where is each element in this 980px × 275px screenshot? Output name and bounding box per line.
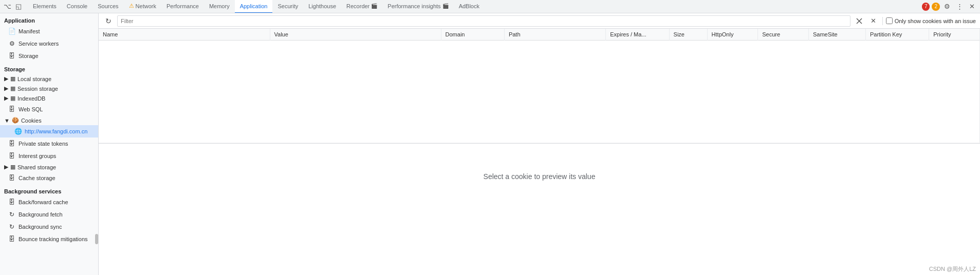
close-icon[interactable]: ✕ — [967, 2, 977, 12]
sidebar-item-indexeddb[interactable]: ▶ ▦ IndexedDB — [0, 93, 98, 103]
cookie-table: Name Value Domain Path Expires / Ma... S… — [99, 29, 980, 143]
cookie-table-body — [99, 40, 980, 143]
domain-icon: 🌐 — [14, 127, 22, 136]
private-state-icon: 🗄 — [8, 139, 15, 148]
col-samesite[interactable]: SameSite — [808, 29, 865, 40]
tab-network[interactable]: ⚠ Network — [124, 0, 161, 13]
col-expires[interactable]: Expires / Ma... — [606, 29, 669, 40]
sidebar-item-cookie-domain[interactable]: 🌐 http://www.fangdi.com.cn — [0, 125, 98, 138]
tab-bar: ⌥ ◱ Elements Console Sources ⚠ Network P… — [0, 0, 980, 13]
sidebar-section-application: Application — [0, 13, 98, 25]
expand-icon: ▶ — [4, 75, 8, 82]
recorder-icon: 🎬 — [371, 3, 377, 9]
shared-storage-icon: ▦ — [10, 164, 15, 170]
sidebar-item-session-storage[interactable]: ▶ ▦ Session storage — [0, 84, 98, 93]
toolbar-separator — [882, 17, 883, 25]
sidebar-item-private-state-tokens[interactable]: 🗄 Private state tokens — [0, 138, 98, 150]
background-sync-icon: ↻ — [8, 222, 15, 231]
expand-icon: ▼ — [4, 117, 10, 124]
tab-performance-insights[interactable]: Performance insights 🎬 — [382, 0, 453, 13]
local-storage-icon: ▦ — [10, 75, 15, 82]
expand-icon: ▶ — [4, 85, 8, 92]
session-storage-icon: ▦ — [10, 85, 15, 92]
sidebar-item-shared-storage[interactable]: ▶ ▦ Shared storage — [0, 162, 98, 172]
expand-icon: ▶ — [4, 164, 8, 170]
issue-filter-checkbox-label[interactable]: Only show cookies with an issue — [886, 17, 976, 24]
clear-filter-icon — [856, 18, 862, 24]
storage-icon: 🗄 — [8, 51, 15, 61]
sidebar-item-interest-groups[interactable]: 🗄 Interest groups — [0, 150, 98, 162]
sidebar-item-cache-storage[interactable]: 🗄 Cache storage — [0, 172, 98, 184]
main-layout: Application 📄 Manifest ⚙ Service workers… — [0, 13, 980, 275]
background-fetch-icon: ↻ — [8, 210, 15, 219]
tab-lighthouse[interactable]: Lighthouse — [303, 0, 341, 13]
tab-application[interactable]: Application — [235, 0, 273, 13]
col-size[interactable]: Size — [669, 29, 707, 40]
service-workers-icon: ⚙ — [8, 39, 15, 48]
expand-icon: ▶ — [4, 95, 8, 102]
cookie-toolbar: ↻ ✕ Only show cookies with an issue — [99, 13, 980, 29]
tab-security[interactable]: Security — [272, 0, 303, 13]
tab-recorder[interactable]: Recorder 🎬 — [341, 0, 382, 13]
empty-cell — [99, 40, 980, 143]
col-httponly[interactable]: HttpOnly — [707, 29, 758, 40]
tab-performance[interactable]: Performance — [161, 0, 204, 13]
content-area: ↻ ✕ Only show cookies with an issue Name — [99, 13, 980, 275]
table-header-row: Name Value Domain Path Expires / Ma... S… — [99, 29, 980, 40]
col-value[interactable]: Value — [270, 29, 441, 40]
sidebar-item-bounce-tracking[interactable]: 🗄 Bounce tracking mitigations — [0, 233, 98, 245]
cookies-icon: 🍪 — [12, 117, 19, 124]
sidebar-item-service-workers[interactable]: ⚙ Service workers — [0, 37, 98, 50]
sidebar-item-back-forward-cache[interactable]: 🗄 Back/forward cache — [0, 196, 98, 208]
tab-adblock[interactable]: AdBlock — [454, 0, 485, 13]
manifest-icon: 📄 — [8, 27, 15, 36]
col-name[interactable]: Name — [99, 29, 270, 40]
col-partition-key[interactable]: Partition Key — [865, 29, 929, 40]
tab-console[interactable]: Console — [62, 0, 93, 13]
sidebar-item-storage[interactable]: 🗄 Storage — [0, 50, 98, 62]
tab-elements[interactable]: Elements — [28, 0, 62, 13]
col-secure[interactable]: Secure — [758, 29, 809, 40]
col-priority[interactable]: Priority — [929, 29, 980, 40]
back-forward-icon: 🗄 — [8, 198, 15, 207]
cache-storage-icon: 🗄 — [8, 173, 15, 183]
sidebar-item-manifest[interactable]: 📄 Manifest — [0, 25, 98, 37]
sidebar: Application 📄 Manifest ⚙ Service workers… — [0, 13, 99, 275]
watermark: CSDN @周外人LZ — [929, 265, 976, 273]
warn-icon: ⚠ — [129, 3, 134, 9]
cookie-table-container: Name Value Domain Path Expires / Ma... S… — [99, 29, 980, 275]
table-row — [99, 40, 980, 143]
sidebar-section-storage: Storage — [0, 62, 98, 74]
devtools-icon2[interactable]: ◱ — [13, 2, 24, 12]
refresh-button[interactable]: ↻ — [103, 15, 114, 27]
settings-icon[interactable]: ⚙ — [942, 2, 952, 12]
preview-text: Select a cookie to preview its value — [484, 172, 596, 181]
col-domain[interactable]: Domain — [441, 29, 504, 40]
devtools-icon1[interactable]: ⌥ — [2, 2, 12, 12]
cookie-preview-area: Select a cookie to preview its value — [99, 143, 980, 210]
sidebar-section-bg-services: Background services — [0, 184, 98, 196]
scroll-indicator — [95, 234, 98, 244]
warning-badge: 2 — [932, 3, 940, 11]
indexeddb-icon: ▦ — [10, 95, 15, 102]
tab-memory[interactable]: Memory — [204, 0, 235, 13]
tab-bar-icons: ⌥ ◱ — [2, 2, 24, 12]
filter-input[interactable] — [117, 15, 850, 27]
error-badge: 7 — [922, 3, 930, 11]
bounce-tracking-icon: 🗄 — [8, 234, 15, 244]
issue-filter-checkbox[interactable] — [886, 17, 893, 24]
sidebar-item-background-fetch[interactable]: ↻ Background fetch — [0, 208, 98, 221]
tab-sources[interactable]: Sources — [93, 0, 123, 13]
clear-filter-button[interactable] — [854, 15, 865, 27]
insights-icon: 🎬 — [442, 3, 449, 9]
col-path[interactable]: Path — [504, 29, 605, 40]
sidebar-item-cookies[interactable]: ▼ 🍪 Cookies — [0, 115, 98, 125]
more-icon[interactable]: ⋮ — [954, 2, 965, 12]
web-sql-icon: 🗄 — [8, 105, 15, 114]
tab-right-icons: 7 2 ⚙ ⋮ ✕ — [922, 2, 977, 12]
interest-groups-icon: 🗄 — [8, 151, 15, 161]
sidebar-item-local-storage[interactable]: ▶ ▦ Local storage — [0, 74, 98, 84]
sidebar-item-background-sync[interactable]: ↻ Background sync — [0, 221, 98, 233]
delete-button[interactable]: ✕ — [868, 15, 879, 27]
sidebar-item-web-sql[interactable]: 🗄 Web SQL — [0, 103, 98, 115]
